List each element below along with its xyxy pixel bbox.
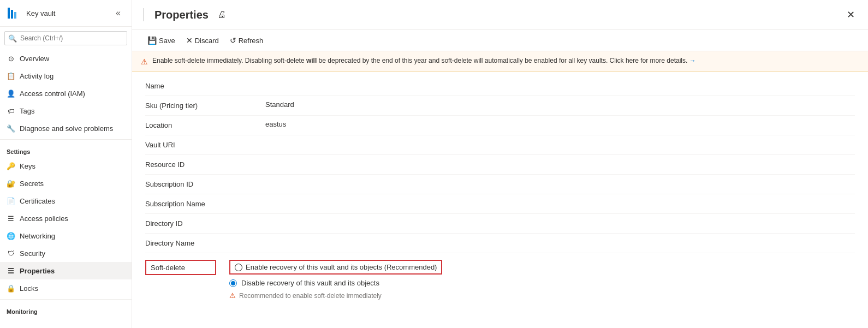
prop-location: Location eastus xyxy=(145,116,855,135)
nav-overview[interactable]: ⊙ Overview xyxy=(0,50,132,67)
sidebar-collapse-button[interactable]: « xyxy=(111,6,125,20)
nav-certificates[interactable]: 📄 Certificates xyxy=(0,192,132,210)
prop-directory-name: Directory Name xyxy=(145,234,855,253)
nav-keys[interactable]: 🔑 Keys xyxy=(0,157,132,175)
sidebar: Key vault « 🔍 ⊙ Overview 📋 Activity log … xyxy=(0,0,132,328)
settings-section-label: Settings xyxy=(0,142,132,157)
prop-directory-name-label: Directory Name xyxy=(145,238,265,247)
nav-activity-log-label: Activity log xyxy=(20,72,53,80)
sidebar-title: Key vault xyxy=(26,9,55,17)
monitoring-section-label: Monitoring xyxy=(0,302,132,317)
nav-diagnose[interactable]: 🔧 Diagnose and solve problems xyxy=(0,120,132,137)
search-input[interactable] xyxy=(4,31,127,45)
nav-properties-label: Properties xyxy=(20,267,55,275)
diagnose-icon: 🔧 xyxy=(7,124,15,133)
radio-disable-option[interactable]: Disable recovery of this vault and its o… xyxy=(229,279,442,287)
radio-enable-option[interactable]: Enable recovery of this vault and its ob… xyxy=(229,260,442,275)
prop-subscription-name: Subscription Name xyxy=(145,194,855,214)
nav-locks-label: Locks xyxy=(20,284,38,293)
properties-icon: ☰ xyxy=(7,266,15,275)
prop-subscription-id-label: Subscription ID xyxy=(145,179,265,188)
prop-subscription-id: Subscription ID xyxy=(145,175,855,194)
nav-tags[interactable]: 🏷 Tags xyxy=(0,102,132,120)
warning-triangle-icon: ⚠ xyxy=(141,57,148,66)
toolbar: 💾 Save ✕ Discard ↺ Refresh xyxy=(132,30,868,51)
networking-icon: 🌐 xyxy=(7,231,15,240)
prop-resource-id-label: Resource ID xyxy=(145,159,265,169)
refresh-icon: ↺ xyxy=(230,36,236,45)
properties-content: Name Sku (Pricing tier) Standard Locatio… xyxy=(132,72,868,328)
search-icon: 🔍 xyxy=(8,34,17,43)
nav-locks[interactable]: 🔒 Locks xyxy=(0,279,132,297)
nav-overview-label: Overview xyxy=(20,55,49,63)
prop-vault-uri: Vault URI xyxy=(145,135,855,155)
nav-access-policies-label: Access policies xyxy=(20,214,68,223)
nav-keys-label: Keys xyxy=(20,162,35,170)
discard-label: Discard xyxy=(195,37,219,45)
discard-button[interactable]: ✕ Discard xyxy=(182,33,223,47)
prop-name-label: Name xyxy=(145,81,265,90)
prop-sku-label: Sku (Pricing tier) xyxy=(145,100,265,110)
prop-vault-uri-label: Vault URI xyxy=(145,140,265,149)
soft-delete-inline-warning: ⚠ Recommended to enable soft-delete imme… xyxy=(229,291,442,300)
nav-activity-log[interactable]: 📋 Activity log xyxy=(0,67,132,85)
soft-delete-warning-banner[interactable]: ⚠ Enable soft-delete immediately. Disabl… xyxy=(132,51,868,72)
nav-access-control-label: Access control (IAM) xyxy=(20,90,85,98)
nav-networking[interactable]: 🌐 Networking xyxy=(0,227,132,244)
prop-subscription-name-label: Subscription Name xyxy=(145,199,265,208)
nav-access-control[interactable]: 👤 Access control (IAM) xyxy=(0,85,132,102)
nav-access-policies[interactable]: ☰ Access policies xyxy=(0,210,132,227)
nav-properties[interactable]: ☰ Properties xyxy=(0,262,132,279)
activity-log-icon: 📋 xyxy=(7,71,15,80)
save-button[interactable]: 💾 Save xyxy=(143,33,180,47)
warn-small-text: Recommended to enable soft-delete immedi… xyxy=(239,292,382,300)
print-icon[interactable]: 🖨 xyxy=(217,10,226,20)
prop-name: Name xyxy=(145,76,855,96)
overview-icon: ⊙ xyxy=(7,54,15,63)
soft-delete-options: Enable recovery of this vault and its ob… xyxy=(229,260,442,300)
nav-networking-label: Networking xyxy=(20,232,55,240)
nav-certificates-label: Certificates xyxy=(20,197,55,205)
secrets-icon: 🔐 xyxy=(7,179,15,188)
security-icon: 🛡 xyxy=(7,249,15,258)
radio-disable-label: Disable recovery of this vault and its o… xyxy=(241,279,379,287)
nav-diagnose-label: Diagnose and solve problems xyxy=(20,124,113,133)
prop-resource-id: Resource ID xyxy=(145,155,855,175)
prop-sku: Sku (Pricing tier) Standard xyxy=(145,96,855,116)
prop-directory-id-label: Directory ID xyxy=(145,218,265,228)
access-control-icon: 👤 xyxy=(7,89,15,98)
keys-icon: 🔑 xyxy=(7,162,15,170)
radio-enable-circle xyxy=(235,264,242,271)
svg-rect-1 xyxy=(11,10,13,19)
locks-icon: 🔒 xyxy=(7,284,15,293)
certificates-icon: 📄 xyxy=(7,196,15,205)
properties-list: Name Sku (Pricing tier) Standard Locatio… xyxy=(132,72,868,328)
warn-small-icon: ⚠ xyxy=(229,291,236,300)
close-button[interactable]: ✕ xyxy=(845,7,857,23)
nav-security[interactable]: 🛡 Security xyxy=(0,244,132,262)
soft-delete-section: Soft-delete Enable recovery of this vaul… xyxy=(145,253,855,302)
page-header: Properties 🖨 ✕ xyxy=(132,0,868,30)
radio-disable-circle xyxy=(229,279,237,287)
tags-icon: 🏷 xyxy=(7,106,15,115)
warning-link[interactable]: → xyxy=(689,57,696,64)
prop-sku-value: Standard xyxy=(265,100,294,109)
save-icon: 💾 xyxy=(147,36,157,45)
nav-secrets-label: Secrets xyxy=(20,180,44,188)
prop-directory-id: Directory ID xyxy=(145,214,855,234)
prop-location-value: eastus xyxy=(265,120,286,128)
radio-enable-label: Enable recovery of this vault and its ob… xyxy=(246,263,437,271)
page-title: Properties xyxy=(154,9,209,21)
warning-text: Enable soft-delete immediately. Disablin… xyxy=(152,57,696,64)
title-divider xyxy=(143,8,144,21)
access-policies-icon: ☰ xyxy=(7,214,15,223)
sidebar-header: Key vault « xyxy=(0,0,132,27)
nav-tags-label: Tags xyxy=(20,107,34,115)
nav-security-label: Security xyxy=(20,249,45,258)
main-content: Properties 🖨 ✕ 💾 Save ✕ Discard ↺ Refres… xyxy=(132,0,868,328)
nav-secrets[interactable]: 🔐 Secrets xyxy=(0,175,132,192)
refresh-label: Refresh xyxy=(239,37,264,45)
svg-rect-0 xyxy=(8,8,10,19)
app-logo xyxy=(7,5,22,21)
refresh-button[interactable]: ↺ Refresh xyxy=(225,33,268,47)
